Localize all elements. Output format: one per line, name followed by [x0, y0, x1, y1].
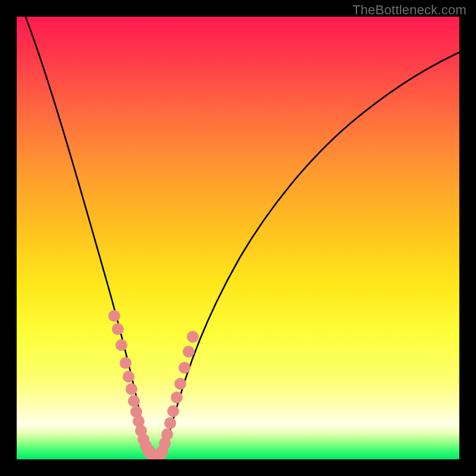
chart-svg — [17, 17, 459, 459]
svg-point-24 — [183, 346, 195, 358]
svg-point-0 — [108, 310, 120, 322]
marker-dots — [108, 310, 199, 459]
svg-point-19 — [164, 417, 176, 429]
svg-point-6 — [128, 395, 140, 407]
chart-plot-area — [17, 17, 459, 459]
svg-point-5 — [126, 383, 137, 395]
svg-point-22 — [174, 378, 186, 390]
svg-point-1 — [112, 323, 124, 335]
watermark-text: TheBottleneck.com — [352, 2, 466, 18]
svg-point-25 — [187, 331, 199, 343]
right-curve — [159, 52, 459, 459]
curve-lines — [26, 17, 459, 459]
svg-point-21 — [171, 392, 183, 403]
svg-point-20 — [167, 405, 179, 417]
svg-point-4 — [123, 371, 134, 383]
svg-point-2 — [115, 339, 127, 351]
svg-point-18 — [161, 428, 173, 440]
svg-point-3 — [120, 357, 131, 369]
svg-point-23 — [178, 362, 190, 374]
